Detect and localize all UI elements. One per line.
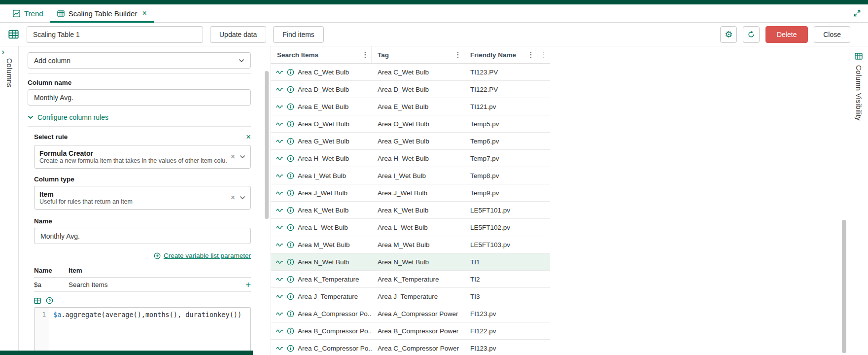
column-visibility-icon[interactable] bbox=[855, 52, 863, 60]
table-row[interactable]: Area O_Wet Bulb Area O_Wet Bulb Temp5.pv bbox=[271, 115, 550, 133]
column-menu-icon[interactable]: ⋮ bbox=[540, 50, 548, 59]
table-row[interactable]: Area I_Wet Bulb Area I_Wet Bulb Temp8.pv bbox=[271, 167, 550, 184]
info-icon[interactable] bbox=[287, 103, 294, 110]
search-item-cell[interactable]: Area C_Wet Bulb bbox=[271, 69, 372, 76]
search-item-cell[interactable]: Area B_Compressor Po... bbox=[271, 327, 372, 335]
panel-scrollbar[interactable] bbox=[265, 69, 269, 345]
update-data-button[interactable]: Update data bbox=[210, 26, 266, 43]
search-item-label: Area G_Wet Bulb bbox=[298, 138, 349, 145]
search-item-cell[interactable]: Area G_Wet Bulb bbox=[271, 138, 372, 145]
chevron-down-icon[interactable] bbox=[240, 155, 245, 159]
info-icon[interactable] bbox=[287, 327, 294, 335]
header-search-items[interactable]: Search Items ⋮ bbox=[271, 46, 372, 63]
search-item-cell[interactable]: Area N_Wet Bulb bbox=[271, 258, 372, 266]
column-visibility-rail[interactable]: Column Visibility bbox=[849, 46, 868, 355]
search-item-cell[interactable]: Area K_Temperature bbox=[271, 276, 372, 283]
info-icon[interactable] bbox=[287, 138, 294, 145]
search-item-cell[interactable]: Area A_Compressor Po... bbox=[271, 310, 372, 318]
chevron-down-icon[interactable] bbox=[240, 196, 245, 200]
delete-button[interactable]: Delete bbox=[765, 26, 808, 43]
rule-select-dropdown[interactable]: Formula Creator Create a new formula ite… bbox=[34, 145, 251, 169]
info-icon[interactable] bbox=[287, 155, 294, 162]
table-row[interactable]: Area J_Wet Bulb Area J_Wet Bulb Temp9.pv bbox=[271, 184, 550, 202]
fullscreen-button[interactable] bbox=[846, 4, 868, 22]
info-icon[interactable] bbox=[287, 172, 294, 179]
parameter-row[interactable]: $a Search Items + bbox=[34, 278, 251, 292]
search-item-cell[interactable]: Area I_Wet Bulb bbox=[271, 172, 372, 179]
table-grid-icon-button[interactable] bbox=[7, 28, 20, 41]
refresh-button[interactable] bbox=[743, 26, 760, 43]
formula-code-line[interactable]: $a.aggregate(average(),months(), duratio… bbox=[49, 308, 245, 354]
close-rule-icon[interactable]: × bbox=[246, 133, 251, 141]
info-icon[interactable] bbox=[287, 293, 294, 300]
table-row[interactable]: Area D_Wet Bulb Area D_Wet Bulb TI122.PV bbox=[271, 81, 550, 98]
table-row[interactable]: Area K_Wet Bulb Area K_Wet Bulb LE5FT101… bbox=[271, 202, 550, 219]
clear-icon[interactable]: × bbox=[231, 194, 235, 202]
header-tag[interactable]: Tag ⋮ bbox=[372, 46, 464, 63]
collapse-chevron-icon[interactable]: › bbox=[1, 47, 4, 56]
panel-scrollbar-thumb[interactable] bbox=[265, 71, 269, 219]
name-input[interactable] bbox=[34, 228, 251, 244]
configure-column-rules-toggle[interactable]: Configure column rules bbox=[28, 113, 251, 121]
table-row[interactable]: Area N_Wet Bulb Area N_Wet Bulb TI1 bbox=[271, 253, 550, 271]
search-item-label: Area K_Wet Bulb bbox=[298, 207, 348, 214]
settings-gear-button[interactable]: ⚙ bbox=[720, 26, 737, 43]
search-item-cell[interactable]: Area H_Wet Bulb bbox=[271, 155, 372, 162]
table-row[interactable]: Area A_Compressor Po... Area A_Compresso… bbox=[271, 305, 550, 322]
table-row[interactable]: Area B_Compressor Po... Area B_Compresso… bbox=[271, 322, 550, 340]
header-extra-menu[interactable]: ⋮ bbox=[537, 46, 550, 63]
table-row[interactable]: Area E_Wet Bulb Area E_Wet Bulb TI121.pv bbox=[271, 98, 550, 115]
formula-code-editor[interactable]: 1 $a.aggregate(average(),months(), durat… bbox=[34, 307, 251, 355]
table-name-input[interactable] bbox=[27, 26, 203, 43]
column-menu-icon[interactable]: ⋮ bbox=[527, 50, 535, 59]
info-icon[interactable] bbox=[287, 69, 294, 76]
column-name-input[interactable] bbox=[28, 89, 251, 106]
tab-close-icon[interactable]: × bbox=[142, 9, 146, 17]
insert-table-icon[interactable] bbox=[34, 297, 41, 304]
add-column-select[interactable]: Add column bbox=[28, 52, 251, 69]
info-icon[interactable] bbox=[287, 258, 294, 266]
search-item-cell[interactable]: Area D_Wet Bulb bbox=[271, 86, 372, 93]
info-icon[interactable] bbox=[287, 241, 294, 248]
table-scrollbar-thumb[interactable] bbox=[842, 220, 846, 353]
help-icon[interactable]: ? bbox=[46, 297, 53, 304]
info-icon[interactable] bbox=[287, 224, 294, 231]
column-menu-icon[interactable]: ⋮ bbox=[361, 50, 369, 59]
table-row[interactable]: Area J_Temperature Area J_Temperature TI… bbox=[271, 288, 550, 305]
tab-scaling-table-builder[interactable]: Scaling Table Builder × bbox=[50, 4, 154, 22]
info-icon[interactable] bbox=[287, 207, 294, 214]
close-button[interactable]: Close bbox=[814, 26, 850, 43]
search-item-cell[interactable]: Area M_Wet Bulb bbox=[271, 241, 372, 248]
table-row[interactable]: Area M_Wet Bulb Area M_Wet Bulb LE5FT103… bbox=[271, 236, 550, 253]
tab-trend[interactable]: Trend bbox=[6, 4, 50, 22]
table-row[interactable]: Area G_Wet Bulb Area G_Wet Bulb Temp6.pv bbox=[271, 133, 550, 150]
search-item-cell[interactable]: Area J_Wet Bulb bbox=[271, 189, 372, 197]
info-icon[interactable] bbox=[287, 189, 294, 197]
info-icon[interactable] bbox=[287, 276, 294, 283]
search-item-cell[interactable]: Area L_Wet Bulb bbox=[271, 224, 372, 231]
search-item-cell[interactable]: Area E_Wet Bulb bbox=[271, 103, 372, 110]
clear-icon[interactable]: × bbox=[231, 153, 235, 161]
info-icon[interactable] bbox=[287, 86, 294, 93]
search-item-cell[interactable]: Area C_Compressor Po... bbox=[271, 345, 372, 352]
table-row[interactable]: Area L_Wet Bulb Area L_Wet Bulb LE5FT102… bbox=[271, 219, 550, 236]
info-icon[interactable] bbox=[287, 310, 294, 318]
column-type-dropdown[interactable]: Item Useful for rules that return an ite… bbox=[34, 186, 251, 210]
table-row[interactable]: Area H_Wet Bulb Area H_Wet Bulb Temp7.pv bbox=[271, 150, 550, 167]
table-row[interactable]: Area C_Wet Bulb Area C_Wet Bulb TI123.PV bbox=[271, 64, 550, 81]
info-icon[interactable] bbox=[287, 345, 294, 352]
column-menu-icon[interactable]: ⋮ bbox=[454, 50, 462, 59]
info-icon[interactable] bbox=[287, 120, 294, 128]
search-item-cell[interactable]: Area O_Wet Bulb bbox=[271, 120, 372, 128]
table-scrollbar[interactable] bbox=[842, 46, 846, 355]
header-friendly-name[interactable]: Friendly Name ⋮ bbox=[464, 46, 537, 63]
find-items-button[interactable]: Find items bbox=[273, 26, 324, 43]
search-item-cell[interactable]: Area J_Temperature bbox=[271, 293, 372, 300]
create-param-label[interactable]: Create variable list parameter bbox=[164, 252, 251, 259]
table-row[interactable]: Area K_Temperature Area K_Temperature TI… bbox=[271, 271, 550, 288]
table-row[interactable]: Area C_Compressor Po... Area C_Compresso… bbox=[271, 340, 550, 355]
add-parameter-button[interactable]: + bbox=[245, 280, 251, 289]
search-item-cell[interactable]: Area K_Wet Bulb bbox=[271, 207, 372, 214]
columns-rail[interactable]: › Columns bbox=[0, 46, 19, 355]
create-variable-param-link[interactable]: Create variable list parameter bbox=[34, 252, 251, 259]
